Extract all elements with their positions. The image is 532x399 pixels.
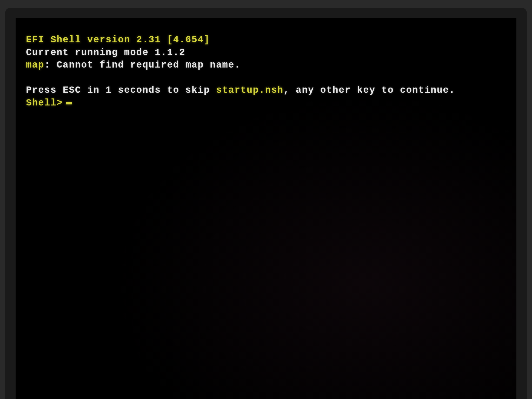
- press-suffix-text: , any other key to continue.: [283, 85, 455, 96]
- terminal-output: EFI Shell version 2.31 [4.654] Current r…: [26, 34, 506, 110]
- map-error-text: : Cannot find required map name.: [44, 60, 241, 70]
- shell-version-line: EFI Shell version 2.31 [4.654]: [26, 34, 506, 46]
- blank-line: [26, 72, 506, 84]
- shell-prompt-line[interactable]: Shell>: [26, 97, 506, 110]
- esc-key-text: ESC: [63, 85, 81, 96]
- terminal-screen[interactable]: EFI Shell version 2.31 [4.654] Current r…: [16, 18, 516, 399]
- map-label: map: [26, 60, 44, 70]
- press-mid-text: in 1 seconds to skip: [81, 85, 216, 96]
- press-text: Press: [26, 85, 63, 96]
- startup-file-text: startup.nsh: [216, 85, 284, 96]
- map-error-line: map: Cannot find required map name.: [26, 59, 506, 72]
- cursor-icon: [66, 102, 72, 104]
- monitor-frame: EFI Shell version 2.31 [4.654] Current r…: [5, 8, 527, 399]
- startup-prompt-line: Press ESC in 1 seconds to skip startup.n…: [26, 84, 506, 97]
- shell-prompt: Shell>: [26, 97, 63, 110]
- running-mode-line: Current running mode 1.1.2: [26, 46, 506, 59]
